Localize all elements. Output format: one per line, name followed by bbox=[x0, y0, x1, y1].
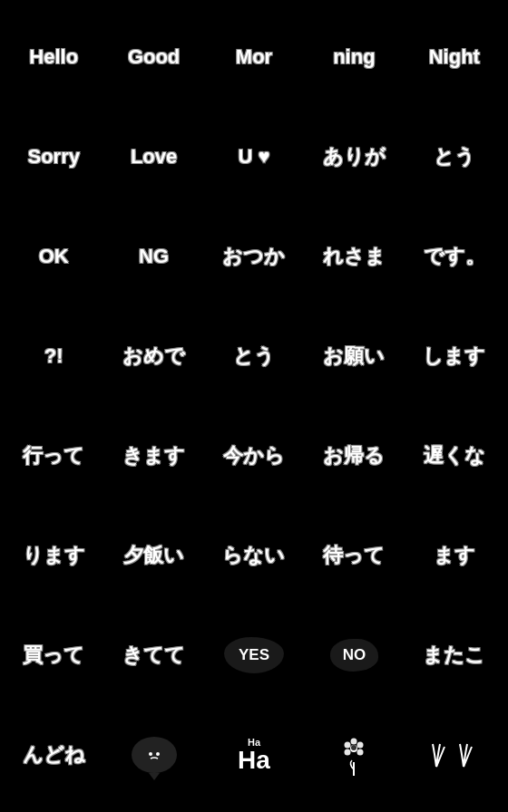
text-yuhan: 夕飯い bbox=[123, 544, 184, 567]
text-imagara: 今から bbox=[223, 444, 285, 468]
cell-speech bbox=[103, 705, 203, 805]
cell-hello: Hello bbox=[4, 7, 103, 107]
cell-ok: OK bbox=[4, 207, 103, 306]
speech-bubble-icon bbox=[132, 737, 177, 773]
cell-grass bbox=[405, 705, 504, 805]
text-matako: またこ bbox=[423, 643, 485, 667]
flower-icon bbox=[336, 735, 372, 776]
text-ndone: んどね bbox=[23, 743, 85, 767]
cell-masu: ます bbox=[405, 506, 504, 605]
cell-katte: 買って bbox=[4, 605, 103, 705]
cell-tou: とう bbox=[405, 107, 504, 207]
text-hello: Hello bbox=[29, 45, 78, 69]
cell-mor: Mor bbox=[204, 7, 304, 107]
cell-rimasu: ります bbox=[4, 506, 103, 605]
cell-ranai: らない bbox=[204, 506, 304, 605]
cell-desu: です。 bbox=[405, 207, 504, 306]
text-mor: Mor bbox=[236, 45, 272, 69]
text-matte: 待って bbox=[323, 544, 385, 567]
cell-itte: 行って bbox=[4, 406, 103, 506]
cell-no: NO bbox=[304, 605, 404, 705]
cell-osokuna: 遅くな bbox=[405, 406, 504, 506]
text-detou: とう bbox=[233, 344, 275, 368]
svg-point-5 bbox=[357, 741, 364, 748]
text-ariga: ありが bbox=[323, 145, 386, 169]
cell-matako: またこ bbox=[405, 605, 504, 705]
badge-no: NO bbox=[330, 639, 379, 672]
text-desu: です。 bbox=[424, 245, 485, 268]
text-love: Love bbox=[131, 145, 177, 169]
cell-otsuka: おつか bbox=[204, 207, 304, 306]
text-onegai: お願い bbox=[323, 344, 385, 368]
svg-point-9 bbox=[351, 745, 357, 750]
ha-big: Ha bbox=[238, 748, 270, 773]
cell-question: ?! bbox=[4, 306, 103, 406]
cell-okaeru: お帰る bbox=[304, 406, 404, 506]
text-ranai: らない bbox=[222, 544, 285, 567]
cell-ning: ning bbox=[304, 7, 404, 107]
text-kite: きてて bbox=[122, 643, 185, 667]
text-otsuka: おつか bbox=[222, 245, 285, 268]
cell-detou: とう bbox=[204, 306, 304, 406]
cell-kite: きてて bbox=[103, 605, 203, 705]
text-u-heart: U ♥ bbox=[238, 145, 269, 169]
text-sorry: Sorry bbox=[27, 145, 79, 169]
cell-matte: 待って bbox=[304, 506, 404, 605]
svg-point-1 bbox=[156, 752, 160, 756]
text-okaeru: お帰る bbox=[323, 444, 385, 468]
cell-good: Good bbox=[103, 7, 203, 107]
text-kimasu: きます bbox=[122, 444, 185, 468]
cell-ndone: んどね bbox=[4, 705, 103, 805]
cell-ha: Ha Ha bbox=[204, 705, 304, 805]
text-ok: OK bbox=[39, 245, 69, 268]
text-masu: ます bbox=[434, 544, 475, 567]
text-tou: とう bbox=[434, 145, 475, 169]
cell-ng: NG bbox=[103, 207, 203, 306]
text-itte: 行って bbox=[23, 444, 84, 468]
svg-point-6 bbox=[345, 741, 351, 748]
cell-shimasu: します bbox=[405, 306, 504, 406]
cell-yuhan: 夕飯い bbox=[103, 506, 203, 605]
grass-icon bbox=[432, 740, 477, 771]
cell-ariga: ありが bbox=[304, 107, 404, 207]
emoji-grid: Hello Good Mor ning Night Sorry Love U ♥… bbox=[0, 0, 508, 812]
text-ning: ning bbox=[333, 45, 375, 69]
text-question: ?! bbox=[44, 344, 64, 368]
text-resama: れさま bbox=[323, 245, 386, 268]
text-shimasu: します bbox=[423, 344, 485, 368]
svg-point-7 bbox=[345, 749, 351, 755]
text-good: Good bbox=[128, 45, 180, 69]
cell-yes: YES bbox=[204, 605, 304, 705]
svg-point-0 bbox=[149, 752, 152, 756]
text-night: Night bbox=[429, 45, 480, 69]
cell-love: Love bbox=[103, 107, 203, 207]
text-rimasu: ります bbox=[23, 544, 85, 567]
cell-imagara: 今から bbox=[204, 406, 304, 506]
svg-point-4 bbox=[351, 738, 357, 744]
cell-sorry: Sorry bbox=[4, 107, 103, 207]
text-osokuna: 遅くな bbox=[424, 444, 485, 468]
cell-night: Night bbox=[405, 7, 504, 107]
cell-onegai: お願い bbox=[304, 306, 404, 406]
cell-flower bbox=[304, 705, 404, 805]
ha-laugh-icon: Ha Ha bbox=[238, 738, 270, 773]
face-icon bbox=[143, 746, 165, 764]
text-katte: 買って bbox=[23, 643, 84, 667]
badge-yes: YES bbox=[224, 637, 284, 673]
cell-kimasu: きます bbox=[103, 406, 203, 506]
cell-u-heart: U ♥ bbox=[204, 107, 304, 207]
text-ng: NG bbox=[139, 245, 169, 268]
text-omede: おめで bbox=[122, 344, 185, 368]
cell-omede: おめで bbox=[103, 306, 203, 406]
svg-point-8 bbox=[357, 749, 364, 755]
cell-resama: れさま bbox=[304, 207, 404, 306]
